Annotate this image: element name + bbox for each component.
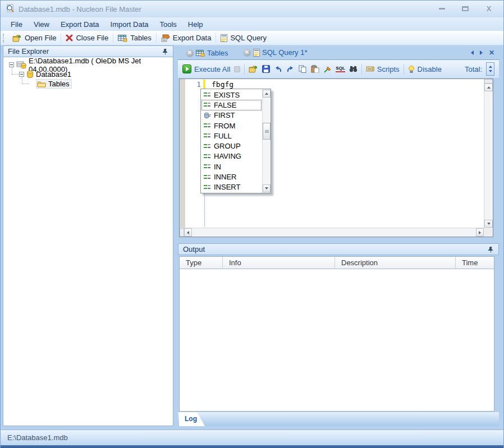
split-handle[interactable] [484,79,493,84]
minimize-button[interactable] [435,3,448,13]
column-header-info[interactable]: Info [223,257,335,269]
collapse-expander-icon[interactable] [9,62,14,67]
tables-button[interactable]: Tables [113,33,156,43]
find-icon[interactable] [349,66,358,72]
tree-item-database-file[interactable]: E:\Database1.mdb ( OleDb MS Jet 04.00.00… [3,60,173,70]
tree-item-label: Database1 [36,70,71,78]
autocomplete-item-having[interactable]: HAVING [201,151,262,161]
scrollbar-thumb[interactable] [263,123,271,140]
toolbar-separator [244,64,245,75]
pin-icon[interactable] [488,246,494,253]
tab-navigation: ✕ [471,49,494,56]
sql-toolbar: Execute All SQL Scripts Disable Total: [178,59,499,78]
close-document-icon[interactable]: ✕ [489,49,494,56]
tree-item-database1[interactable]: Database1 [3,70,173,79]
autocomplete-item-false-selected[interactable]: FALSE [201,100,262,110]
column-header-type[interactable]: Type [180,257,223,269]
autocomplete-label: GROUP [214,142,241,150]
pin-icon[interactable] [162,48,168,55]
disable-label: Disable [418,65,442,73]
undo-icon[interactable] [274,66,282,73]
redo-icon[interactable] [286,66,295,73]
editor-vertical-scrollbar[interactable] [484,79,493,228]
export-data-icon: 01 [161,34,170,42]
paste-icon[interactable] [311,65,319,73]
autocomplete-item-from[interactable]: FROM [201,121,262,131]
scroll-tabs-right-icon[interactable] [480,50,483,55]
autocomplete-item-group[interactable]: GROUP [201,141,262,151]
autocomplete-label: INSERT [214,183,240,191]
total-spinner[interactable] [486,62,494,76]
autocomplete-label: IN [214,163,221,171]
window-title: Database1.mdb - Nucleon File Master [19,5,141,13]
scroll-left-button[interactable] [184,228,192,237]
function-icon: z [204,112,211,119]
scrollbar-track[interactable] [192,228,476,237]
disable-bulb-icon [408,66,415,73]
scripts-button[interactable]: Scripts [366,65,400,73]
autocomplete-label: FROM [214,122,235,130]
toolbar-grip[interactable] [3,34,4,43]
scroll-right-button[interactable] [476,228,484,237]
tab-tables[interactable]: ✕ Tables [180,47,240,59]
open-script-button[interactable] [249,65,258,73]
open-file-label: Open File [25,34,56,42]
sql-document-icon [221,34,227,42]
open-file-button[interactable]: Open File [8,33,61,43]
menu-tools[interactable]: Tools [154,19,182,30]
menu-import-data[interactable]: Import Data [105,19,154,30]
autocomplete-item-insert[interactable]: INSERT [201,182,262,192]
autocomplete-scrollbar[interactable] [262,89,271,193]
autocomplete-popup: EXISTS FALSE z FIRST FROM FULL [200,89,271,193]
autocomplete-label: EXISTS [214,91,240,99]
autocomplete-item-exists[interactable]: EXISTS [201,90,262,100]
keyword-icon [204,164,211,169]
export-data-button[interactable]: 01 Export Data [157,33,216,43]
autocomplete-item-in[interactable]: IN [201,161,262,172]
close-tab-icon[interactable]: ✕ [243,49,251,57]
sql-query-button[interactable]: SQL Query [216,33,271,43]
autocomplete-item-first[interactable]: z FIRST [201,110,262,121]
status-text: E:\Database1.mdb [7,433,68,442]
menu-file[interactable]: File [5,19,28,30]
disable-button[interactable]: Disable [408,65,442,73]
document-tab-strip: ✕ Tables ✕ SQL Query 1* ✕ [178,45,499,59]
scroll-tabs-left-icon[interactable] [471,50,474,55]
tab-sql-query-1[interactable]: ✕ SQL Query 1* [237,45,318,59]
maximize-button[interactable] [459,3,472,13]
scroll-down-button[interactable] [484,220,493,228]
save-button[interactable] [262,65,270,73]
autocomplete-item-inner[interactable]: INNER [201,172,262,182]
open-file-icon [12,34,22,42]
file-explorer-tree: E:\Database1.mdb ( OleDb MS Jet 04.00.00… [3,57,173,426]
clean-icon[interactable] [323,65,332,73]
app-icon [6,4,15,13]
close-window-button[interactable]: X [482,3,496,13]
copy-icon[interactable] [299,65,307,73]
scroll-up-button[interactable] [484,84,493,91]
sql-editor[interactable]: 1 fbgfg EXISTS FALSE z FIRST [179,78,493,237]
split-handle[interactable] [180,228,184,237]
keyword-icon [204,154,211,159]
column-header-time[interactable]: Time [456,257,494,269]
menu-view[interactable]: View [28,19,55,30]
collapse-expander-icon[interactable] [19,72,24,77]
menu-export-data[interactable]: Export Data [55,19,105,30]
tree-item-label: Tables [48,80,70,88]
close-file-button[interactable]: Close File [61,33,113,43]
scroll-down-button[interactable] [263,184,271,192]
menu-help[interactable]: Help [182,19,209,30]
close-tab-icon[interactable]: ✕ [186,49,194,57]
tree-item-tables[interactable]: Tables [3,79,173,89]
autocomplete-item-full[interactable]: FULL [201,131,262,141]
sql-icon[interactable]: SQL [336,66,345,72]
stop-icon[interactable] [234,66,240,72]
autocomplete-label: INNER [214,173,236,181]
execute-all-button[interactable]: Execute All [182,64,230,73]
folder-icon [37,81,46,87]
editor-horizontal-scrollbar[interactable] [180,228,484,237]
keyword-icon [204,123,211,128]
column-header-description[interactable]: Description [335,257,456,269]
tab-log[interactable]: Log [179,412,206,426]
scroll-up-button[interactable] [263,90,271,98]
